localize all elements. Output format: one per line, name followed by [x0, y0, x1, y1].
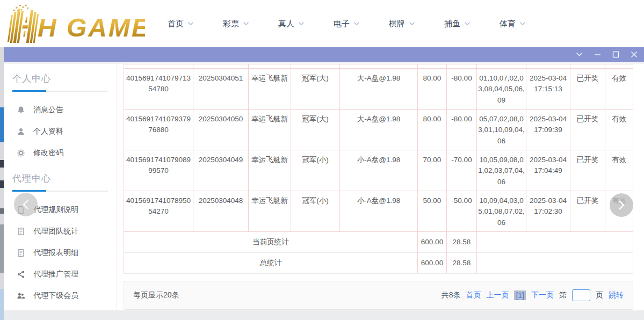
section-divider [12, 191, 108, 192]
issue-cell: 20250304049 [193, 150, 249, 191]
minimize-icon[interactable] [594, 51, 601, 59]
chevron-down-icon [187, 21, 194, 26]
jump-button[interactable]: 跳转 [609, 290, 624, 300]
nav-item-live[interactable]: 真人 [278, 19, 305, 29]
table-row[interactable]: 401569174107971354780 20250304051 幸运飞艇新 … [124, 69, 633, 110]
close-icon[interactable] [630, 51, 638, 59]
sidebar-item-change-password[interactable]: 修改密码 [4, 142, 117, 164]
table-row[interactable]: 401569174107908999570 20250304049 幸运飞艇新 … [124, 150, 633, 191]
table-row-clipped [124, 64, 633, 69]
report-icon [17, 249, 25, 257]
draw-status-cell: 已开奖 [570, 110, 605, 150]
sidebar-item-agent-report-detail[interactable]: 代理报表明细 [4, 242, 117, 264]
chevron-down-icon [243, 21, 249, 26]
game-cell: 幸运飞艇新 [249, 110, 291, 150]
chevron-left-icon [22, 199, 30, 210]
sidebar-section-personal-title: 个人中心 [12, 72, 108, 85]
winloss-cell: -80.00 [447, 69, 477, 110]
total-summary-row: 总统计 600.00 28.58 [124, 253, 633, 274]
page-size-text: 每页显示20条 [133, 290, 179, 300]
summary-amount: 600.00 [418, 232, 447, 253]
bet-content-cell: 大-A盘@1.98 [340, 69, 418, 110]
play-cell: 冠军(大) [291, 110, 340, 150]
window-body: 个人中心 消息公告 个人资料 修改密码 代理中心 [4, 64, 644, 310]
background-page-edge [0, 47, 4, 320]
draw-result-cell: 05,07,02,08,03,01,10,09,04,06 [477, 110, 526, 150]
bet-content-cell: 小-A盘@1.98 [340, 191, 418, 232]
draw-result-cell: 10,09,04,03,05,01,08,07,02,06 [477, 191, 526, 232]
valid-status-cell: 有效 [605, 110, 633, 150]
pagination-bar: 每页显示20条 共8条 首页 上一页 [1] 下一页 第 页 跳转 [124, 281, 633, 310]
table-row[interactable]: 401569174107895054270 20250304048 幸运飞艇新 … [124, 191, 633, 232]
winloss-cell: -70.00 [447, 150, 477, 191]
chevron-down-icon [298, 21, 305, 26]
order-id-cell: 401569174107937976880 [124, 110, 193, 150]
time-cell: 2025-03-04 17:04:49 [526, 150, 570, 191]
summary-empty [477, 232, 633, 253]
draw-result-cell: 10,05,09,08,01,02,03,07,04,06 [477, 150, 526, 191]
sidebar-item-agent-promotion[interactable]: 代理推广管理 [4, 264, 117, 285]
first-page-link[interactable]: 首页 [466, 290, 481, 300]
bell-icon [17, 106, 25, 114]
hh-game-logo-icon: H GAME [4, 3, 145, 43]
nav-item-home[interactable]: 首页 [168, 19, 194, 29]
brand-logo[interactable]: H GAME [4, 3, 145, 45]
current-page-indicator: [1] [514, 290, 526, 300]
game-cell: 幸运飞艇新 [249, 150, 291, 191]
chevron-down-icon [464, 21, 471, 26]
sidebar-item-messages[interactable]: 消息公告 [4, 99, 117, 121]
logo-text: H GAME [38, 13, 145, 42]
chevron-right-icon [618, 200, 625, 210]
summary-amount: 600.00 [418, 253, 447, 274]
nav-item-lottery[interactable]: 彩票 [223, 19, 249, 29]
draw-status-cell: 已开奖 [570, 191, 605, 232]
nav-item-fishing[interactable]: 捕鱼 [444, 19, 471, 29]
share-icon [17, 270, 25, 279]
winloss-cell: -50.00 [447, 191, 477, 232]
time-cell: 2025-03-04 17:09:39 [526, 110, 570, 150]
chevron-down-icon [409, 21, 415, 26]
site-header: H GAME 首页 彩票 真人 电子 棋牌 [0, 0, 644, 47]
time-cell: 2025-03-04 17:15:13 [526, 69, 570, 110]
gear-icon [17, 149, 25, 157]
sidebar-item-agent-sub-members[interactable]: 代理下级会员 [4, 285, 117, 307]
table-row[interactable]: 401569174107937976880 20250304050 幸运飞艇新 … [124, 110, 633, 150]
sidebar-item-agent-team-stats[interactable]: 代理团队统计 [4, 221, 117, 242]
sidebar: 个人中心 消息公告 个人资料 修改密码 代理中心 [4, 64, 117, 310]
game-cell: 幸运飞艇新 [249, 69, 291, 110]
nav-item-cards[interactable]: 棋牌 [389, 19, 415, 29]
order-id-cell: 401569174107971354780 [124, 69, 193, 110]
scroll-right-button[interactable] [610, 193, 633, 217]
issue-cell: 20250304051 [193, 69, 249, 110]
draw-status-cell: 已开奖 [570, 69, 605, 110]
nav-item-sports[interactable]: 体育 [500, 19, 526, 29]
time-cell: 2025-03-04 17:02:30 [526, 191, 570, 232]
main-nav: 首页 彩票 真人 电子 棋牌 捕鱼 [168, 0, 526, 47]
amount-cell: 80.00 [418, 110, 447, 150]
amount-cell: 70.00 [418, 150, 447, 191]
total-count-text: 共8条 [442, 290, 461, 300]
scroll-left-button[interactable] [14, 193, 38, 216]
play-cell: 冠军(小) [291, 150, 340, 191]
order-id-cell: 401569174107895054270 [124, 191, 193, 232]
summary-result: 28.58 [447, 253, 477, 274]
user-icon [17, 127, 25, 136]
collapse-icon[interactable] [575, 51, 583, 59]
play-cell: 冠军(小) [291, 191, 340, 232]
jump-suffix-label: 页 [596, 290, 603, 300]
amount-cell: 80.00 [418, 69, 447, 110]
sidebar-item-profile[interactable]: 个人资料 [4, 121, 117, 142]
screen: H GAME 首页 彩票 真人 电子 棋牌 [0, 0, 644, 320]
page-jump-input[interactable] [572, 289, 590, 301]
window-titlebar [4, 47, 644, 62]
users-icon [17, 292, 25, 300]
bet-content-cell: 小-A盘@1.98 [340, 150, 418, 191]
next-page-link[interactable]: 下一页 [531, 290, 554, 300]
nav-item-slots[interactable]: 电子 [334, 19, 360, 29]
window-bottom-band [4, 310, 644, 320]
maximize-icon[interactable] [612, 51, 619, 59]
draw-result-cell: 01,10,07,02,03,08,04,05,06,09 [477, 69, 526, 110]
valid-status-cell: 有效 [605, 69, 633, 110]
prev-page-link[interactable]: 上一页 [486, 290, 509, 300]
current-page-summary-row: 当前页统计 600.00 28.58 [124, 232, 633, 253]
